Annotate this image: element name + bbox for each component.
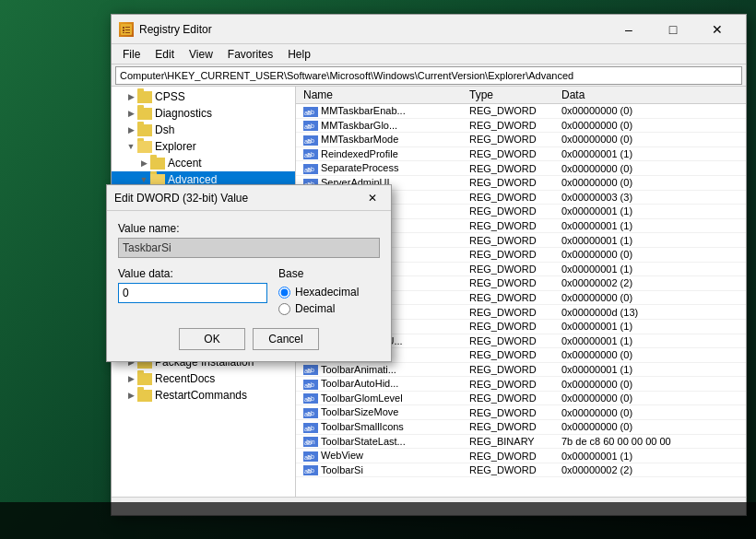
base-label: Base bbox=[278, 267, 380, 280]
radio-decimal-input[interactable] bbox=[278, 303, 290, 315]
radio-hexadecimal-label: Hexadecimal bbox=[295, 286, 359, 299]
dialog-overlay: Edit DWORD (32-bit) Value ✕ Value name: … bbox=[0, 0, 756, 539]
dialog-col-left: Value data: bbox=[118, 267, 267, 319]
value-name-input[interactable] bbox=[118, 238, 380, 258]
ok-button[interactable]: OK bbox=[179, 328, 245, 350]
dialog-title-text: Edit DWORD (32-bit) Value bbox=[114, 192, 361, 205]
cancel-button[interactable]: Cancel bbox=[253, 328, 319, 350]
value-data-label: Value data: bbox=[118, 267, 267, 280]
dialog-buttons: OK Cancel bbox=[118, 328, 380, 350]
radio-hexadecimal[interactable]: Hexadecimal bbox=[278, 286, 380, 299]
dialog-col-right: Base Hexadecimal Decimal bbox=[278, 267, 380, 319]
value-name-label: Value name: bbox=[118, 222, 380, 235]
dialog-title-bar: Edit DWORD (32-bit) Value ✕ bbox=[107, 185, 391, 211]
radio-decimal[interactable]: Decimal bbox=[278, 302, 380, 315]
dialog-data-row: Value data: Base Hexadecimal Decimal bbox=[118, 267, 380, 319]
radio-decimal-label: Decimal bbox=[295, 302, 335, 315]
dialog-body: Value name: Value data: Base Hexadecimal… bbox=[107, 211, 391, 361]
dialog-close-button[interactable]: ✕ bbox=[361, 188, 384, 208]
radio-hexadecimal-input[interactable] bbox=[278, 287, 290, 299]
value-data-input[interactable] bbox=[118, 283, 267, 303]
edit-dword-dialog: Edit DWORD (32-bit) Value ✕ Value name: … bbox=[106, 184, 392, 362]
